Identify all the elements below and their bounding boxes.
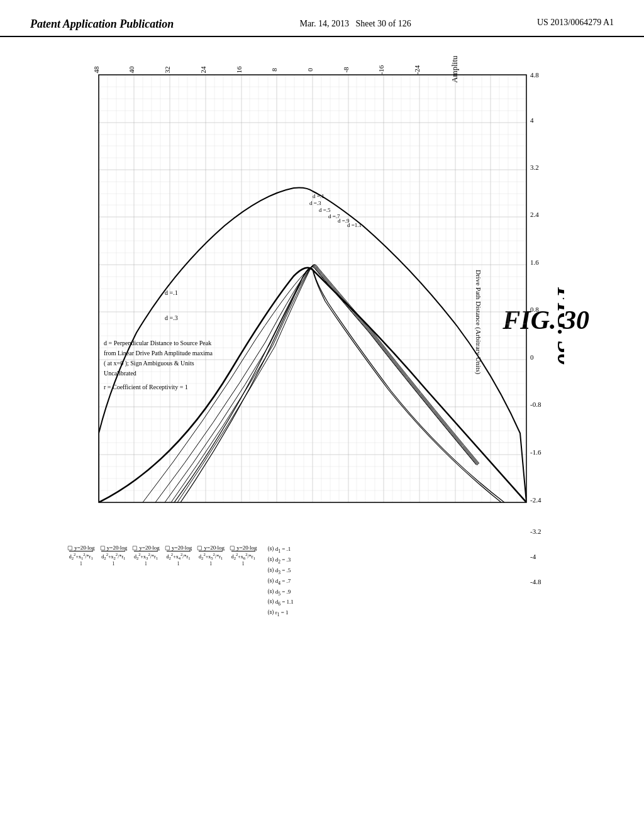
svg-text:-24: -24 bbox=[413, 65, 421, 74]
svg-text:from Linear Drive Path Amplitu: from Linear Drive Path Amplitude maxima bbox=[104, 350, 213, 357]
param-values: ⒮ d1 = .1 ⒮ d2 = .3 ⒮ d3 = .5 ⒮ d4 = .7 … bbox=[268, 545, 293, 619]
svg-text:2.4: 2.4 bbox=[530, 211, 539, 218]
svg-text:32: 32 bbox=[164, 67, 171, 74]
d-label-11: d =1.1 bbox=[347, 222, 362, 228]
d-label-01-left: d =.1 bbox=[165, 289, 178, 296]
d-label-03r: d =.3 bbox=[309, 200, 321, 206]
svg-text:48: 48 bbox=[92, 66, 100, 74]
svg-text:40: 40 bbox=[128, 66, 135, 74]
svg-text:4.8: 4.8 bbox=[530, 71, 539, 79]
svg-text:16: 16 bbox=[235, 66, 243, 74]
svg-text:1.6: 1.6 bbox=[530, 258, 539, 266]
svg-text:r = Coefficient of Receptivity: r = Coefficient of Receptivity = 1 bbox=[104, 384, 188, 390]
x-axis-label: Drive Path Distance (Arbitrary Units) bbox=[474, 270, 482, 375]
svg-text:24: 24 bbox=[199, 66, 207, 74]
d-label-03-left: d =.3 bbox=[165, 314, 178, 321]
svg-text:-16: -16 bbox=[377, 65, 385, 74]
d-label-01r: d =.1 bbox=[313, 193, 325, 199]
svg-text:8: 8 bbox=[270, 68, 278, 72]
svg-text:-8: -8 bbox=[342, 67, 350, 73]
svg-text:-1.6: -1.6 bbox=[530, 448, 541, 456]
svg-text:4: 4 bbox=[530, 116, 534, 124]
formula-6: ▢ y=20·log d22+x62/*r1 1 bbox=[230, 545, 257, 568]
svg-text:-2.4: -2.4 bbox=[530, 496, 541, 504]
fig-number: FIG. 30 bbox=[553, 287, 564, 366]
right-axis-labels: 4.8 4 3.2 2.4 1.6 0.8 0 -0.8 -1.6 -2.4 bbox=[530, 71, 541, 504]
patent-number: US 2013/0064279 A1 bbox=[537, 18, 614, 28]
svg-text:-0.8: -0.8 bbox=[530, 401, 541, 408]
top-axis-labels: 48 40 32 24 16 8 0 -8 -16 -24 bbox=[92, 65, 421, 74]
chart-svg: Amplitude bbox=[48, 56, 564, 622]
sheet-info: Sheet 30 of 126 bbox=[356, 19, 411, 28]
svg-text:( at x=0 );  Sign Ambiguous & : ( at x=0 ); Sign Ambiguous & Units bbox=[104, 360, 194, 367]
svg-text:Uncalibrated: Uncalibrated bbox=[104, 370, 136, 377]
svg-text:0: 0 bbox=[306, 68, 314, 72]
amplitude-label: Amplitude bbox=[450, 56, 459, 83]
header-date-sheet: Mar. 14, 2013 Sheet 30 of 126 bbox=[299, 18, 411, 30]
formula-2: ▢ y=20·log d22+x22/*r1 1 bbox=[100, 545, 128, 568]
svg-text:0.8: 0.8 bbox=[530, 306, 539, 313]
chart-container: FIG. 30 Amplitude bbox=[48, 56, 596, 622]
svg-text:-3.2: -3.2 bbox=[530, 528, 541, 535]
formula-5: ▢ y=20·log d22+x52/*r1 1 bbox=[197, 545, 225, 568]
svg-text:d = Perpendicular Distance to : d = Perpendicular Distance to Source Pea… bbox=[104, 340, 211, 346]
formula-4: ▢ y=20·log d22+x42/*r1 1 bbox=[165, 545, 192, 568]
svg-text:3.2: 3.2 bbox=[530, 163, 539, 171]
legend-text: d = Perpendicular Distance to Source Pea… bbox=[104, 340, 213, 390]
page-header: Patent Application Publication Mar. 14, … bbox=[0, 0, 644, 37]
publication-title: Patent Application Publication bbox=[30, 18, 174, 31]
formula-1: ▢ y=20·log d22+x12/*r1 1 bbox=[67, 545, 95, 568]
formula-3: ▢ y=20·log d22+x32/*r1 1 bbox=[132, 545, 160, 568]
main-content: FIG. 30 Amplitude bbox=[0, 37, 644, 634]
d-label-05: d =.5 bbox=[319, 207, 331, 213]
svg-text:0: 0 bbox=[530, 353, 534, 361]
publication-date: Mar. 14, 2013 bbox=[299, 19, 349, 28]
formulas-section: ▢ y=20·log d22+x12/*r1 1 ▢ y=20·log d22+… bbox=[67, 545, 545, 619]
